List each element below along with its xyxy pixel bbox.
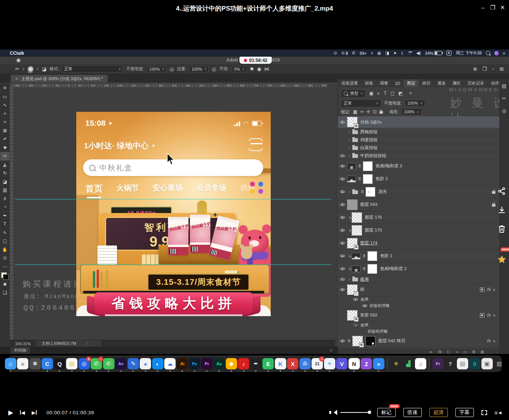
layer-mask[interactable]: ϟ [366, 187, 375, 197]
bluetooth-icon[interactable]: ᛒ [401, 51, 404, 56]
menubar-app-name[interactable]: CCtalk [10, 51, 24, 56]
filter-type-icon[interactable]: T [384, 91, 386, 96]
new-group-icon[interactable]: ▭ [463, 350, 467, 354]
layer-thumbnail[interactable] [347, 199, 358, 210]
dock-safari[interactable]: ✧ [324, 358, 335, 369]
layer-effect-row[interactable]: 效果 [338, 296, 499, 303]
dock-wechat[interactable]: ✆• [91, 358, 102, 369]
background-color[interactable] [3, 274, 9, 280]
filter-smart-icon[interactable]: ◩ [398, 91, 403, 96]
layer-row[interactable]: ▦8色相/饱和度 3 [338, 160, 499, 173]
cut-panel-icon[interactable]: ✂ [502, 96, 506, 101]
layer-row[interactable]: ↲▂▅▃8色阶 1 [338, 250, 499, 262]
layer-row[interactable]: ▂▅▃8色阶 2 [338, 173, 499, 185]
dock-notion[interactable]: N [349, 358, 360, 369]
video-button-字幕[interactable]: 字幕 [455, 408, 474, 417]
category-dots-icon[interactable] [249, 181, 264, 194]
layer-row[interactable]: ↲图层 176 [338, 211, 499, 224]
layer-name[interactable]: 图层 174 [360, 240, 377, 246]
smudge-tool[interactable]: ∂ [0, 195, 9, 203]
brush-preview[interactable]: 400 [28, 66, 34, 72]
layer-name[interactable]: 牛奶按钮按钮 [360, 153, 386, 159]
share-panel-icon[interactable]: ⊞ [500, 66, 504, 72]
layer-mask[interactable] [367, 251, 377, 261]
layer-thumbnail[interactable]: ▢ [347, 284, 358, 295]
libraries-panel-icon[interactable]: ▤ [502, 83, 506, 89]
layer-name[interactable]: 账单 [360, 276, 369, 282]
dock-xmind[interactable]: X [287, 358, 298, 369]
hand-tool[interactable]: ✋ [0, 246, 9, 254]
dock-keynote[interactable]: K [275, 358, 286, 369]
fx-badge[interactable]: fx [487, 313, 490, 318]
pen-tool[interactable]: ✒ [0, 212, 9, 220]
lock-artboard-icon[interactable]: ⊡ [373, 109, 377, 114]
minimize-button[interactable]: – [478, 0, 488, 15]
layer-name[interactable]: 色相/饱和度 3 [376, 163, 402, 169]
eye-icon[interactable] [340, 267, 345, 271]
dock-dingtalk[interactable]: » [373, 358, 384, 369]
panel-opacity-select[interactable]: 100%∨ [405, 100, 425, 107]
video-button-倍速[interactable]: 倍速 [403, 408, 422, 417]
airdrop-icon[interactable]: ➤ [393, 51, 397, 56]
lasso-tool[interactable]: ∿ [0, 101, 9, 110]
volume-control[interactable] [331, 410, 370, 415]
eye-icon[interactable] [362, 304, 367, 308]
clipboard-icon[interactable]: ⌽ [371, 51, 373, 56]
layer-thumbnail[interactable]: ▤ [347, 117, 358, 127]
layer-row[interactable]: ▤矩形 592fx˄ [338, 309, 499, 322]
brush-tool[interactable]: ✑ [0, 152, 9, 161]
layer-effect-row[interactable]: 斜面和浮雕 [338, 303, 499, 309]
layer-row[interactable]: ›白菜按钮 [338, 144, 499, 152]
eye-icon[interactable] [340, 287, 345, 292]
dock-cctalk[interactable]: C [42, 358, 53, 369]
eye-icon[interactable] [340, 202, 345, 207]
dock-unknown-file[interactable]: ? [444, 358, 456, 369]
dock-netease-music[interactable]: ♪ [238, 358, 249, 369]
lock-transparent-icon[interactable]: ▩ [353, 109, 357, 114]
dock-stats-app[interactable]: ▟ [403, 358, 414, 369]
dock-qq-browser[interactable]: ◐ [152, 358, 163, 369]
timeline-menu-icon[interactable]: ≡ [330, 348, 332, 352]
panel-tab-属性[interactable]: 属性 [449, 79, 464, 87]
dock-magic-wand[interactable]: ✳ [390, 358, 402, 369]
dock-document-file[interactable]: ▤ [457, 358, 468, 369]
document-tab[interactable]: ✕ 主视觉.psd @ 169% (分组 3@2x, RGB/8#) * [11, 75, 108, 82]
message-badge[interactable]: 99+ [359, 51, 367, 56]
layer-row[interactable]: ↲图层 175 [338, 224, 499, 237]
dock-tencent-classroom[interactable]: ◎3 [79, 358, 90, 369]
layer-name[interactable]: 框 [360, 287, 365, 292]
panel-tab-画笔设置[interactable]: 画笔设置 [338, 79, 361, 87]
lock-move-icon[interactable]: ✛ [366, 109, 370, 114]
dock-video-file[interactable]: ▣ [481, 358, 493, 369]
battery-status[interactable]: 34% ϟ [425, 51, 442, 56]
workspace-icon[interactable]: ❐ [483, 66, 487, 72]
zoom-tool[interactable]: ⊙ [0, 254, 9, 262]
fill-select[interactable]: 100%∨ [401, 108, 422, 115]
crop-tool[interactable]: ⌗ [0, 118, 9, 127]
panel-tab-图层[interactable]: 图层 [404, 79, 419, 87]
layer-name[interactable]: 图层 175 [365, 227, 382, 233]
dock-v-app[interactable]: V [336, 358, 347, 369]
eye-icon[interactable] [340, 254, 345, 258]
layer-row[interactable]: ▢框fx˄ [338, 283, 499, 296]
eye-icon[interactable] [340, 339, 345, 343]
fx-visible-icon[interactable] [480, 287, 484, 292]
tab-close-icon[interactable]: ✕ [15, 77, 18, 81]
dock-sketch[interactable]: ◆ [226, 358, 237, 369]
eye-icon[interactable] [340, 177, 345, 181]
type-tool[interactable]: T [0, 220, 9, 229]
dock-after-effects[interactable]: Ae [115, 358, 126, 369]
dock-premiere-folder[interactable]: Pr [432, 358, 444, 369]
nav-tab-安心菜场[interactable]: 安心菜场 [153, 183, 183, 195]
dock-itunes[interactable]: ♫ [415, 358, 426, 369]
layer-mask[interactable] [366, 336, 375, 346]
brush-tool-icon[interactable]: ✑ [15, 66, 19, 72]
dock-photoshop[interactable]: Ps [189, 358, 200, 369]
dock-chrome[interactable]: ● [140, 358, 151, 369]
history-brush-tool[interactable]: ↻ [0, 169, 9, 178]
symmetry-icon[interactable]: ⋈ [264, 66, 269, 72]
smoothing-select[interactable]: 0%∨ [232, 66, 247, 72]
link-layers-icon[interactable]: ∞ [430, 350, 432, 354]
fullscreen-icon[interactable] [481, 410, 487, 415]
dock-wechat-work[interactable]: ✆ [103, 358, 114, 369]
